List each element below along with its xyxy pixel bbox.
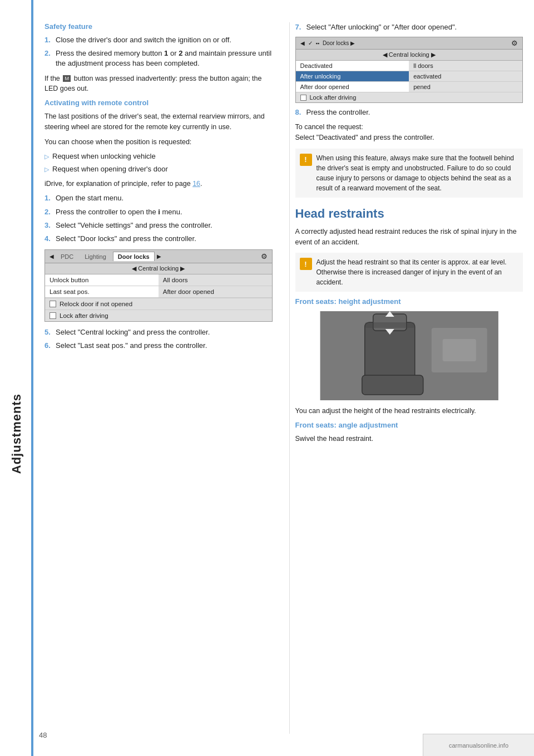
list-item: 4. Select "Door locks" and press the con… [44,234,273,244]
sidebar-bar [31,0,33,756]
idrive-cell-2: Deactivated [296,61,409,71]
checkmark-icon: ✓ [308,40,313,46]
settings-icon: ⚙ [261,252,268,261]
menu-icon: ▪▪ [316,41,319,46]
step-num: 3. [44,220,52,230]
bullet-text: Request when opening driver's door [52,164,168,174]
nav-left-icon: ◀ [300,40,305,46]
step-num: 7. [295,22,303,32]
warning-icon-2: ! [300,258,312,270]
list-item: 2. Press the controller to open the i me… [44,207,273,217]
head-restraints-para: A correctly adjusted head restraint redu… [295,227,523,248]
step-num: 8. [295,107,303,117]
step-num: 5. [44,327,52,337]
list-item: 5. Select "Central locking" and press th… [44,327,273,337]
cancel-note: To cancel the request:Select "Deactivate… [295,122,523,143]
angle-para: Swivel the head restraint. [295,434,523,444]
idrive-subtitle-2: ◀ Central locking ▶ [296,50,523,61]
height-para: You can adjust the height of the head re… [295,406,523,416]
idrive-row-2: After door opened pened [296,82,523,92]
idrive-cell-2: eactivated [409,71,522,81]
step-text: Select "After unlocking" or "After door … [306,22,523,32]
page-number: 48 [39,731,47,739]
idrive-cell-2: After door opened [296,82,409,92]
checkbox-row: Relock door if not opened [45,298,272,310]
front-seats-height-section: Front seats: height adjustment [295,297,523,416]
idrive-cell: After door opened [159,286,272,297]
bullet-text: Request when unlocking vehicle [52,151,156,161]
warning-text-1: When using this feature, always make sur… [317,153,519,193]
sidebar-label: Adjustments [9,394,24,474]
settings-icon-2: ⚙ [511,39,518,47]
page-ref-link[interactable]: 16 [192,180,200,188]
step-text: Select "Vehicle settings" and press the … [56,220,273,230]
warning-box-2: ! Adjust the head restraint so that its … [295,253,523,292]
list-item: 3. Select "Vehicle settings" and press t… [44,220,273,230]
checkbox-label-2: Lock after driving [310,94,357,101]
step-text: Press the desired memory button 1 or 2 a… [56,48,273,68]
step7-list: 7. Select "After unlocking" or "After do… [295,22,523,32]
list-item: 1. Close the driver's door and switch th… [44,35,273,45]
step-text: Press the controller to open the i menu. [56,207,273,217]
tab-door-locks: Door locks [113,252,155,261]
idrive-cell: All doors [159,274,272,286]
checkbox-row: Lock after driving [45,310,272,321]
seat-image [295,311,523,400]
right-column: 7. Select "After unlocking" or "After do… [289,22,523,734]
step-text: Select "Central locking" and press the c… [56,327,273,337]
page-container: Adjustments Safety feature 1. Close the … [0,0,534,756]
step-text: Close the driver's door and switch the i… [56,35,273,45]
safety-feature-heading: Safety feature [44,22,273,31]
checkbox-label: Lock after driving [60,312,108,319]
svg-rect-3 [362,375,423,395]
nav-arrow-left: ◀ [50,253,54,259]
idrive-row-2: Deactivated ll doors [296,61,523,71]
idrive-cell-2: ll doors [409,61,522,71]
step-text: Select "Last seat pos." and press the co… [56,341,273,351]
list-item: ▷ Request when opening driver's door [44,164,273,174]
activating-para1: The last positions of the driver's seat,… [44,111,273,132]
head-restraints-section: Head restraints A correctly adjusted hea… [295,207,523,444]
idrive-menu-2: ◀ ✓ ▪▪ Door locks ▶ ⚙ ◀ Central locking … [295,37,523,103]
step-num: 2. [44,48,52,68]
idrive-menu-1: ◀ PDC Lighting Door locks ▶ ⚙ ◀ Central … [44,249,273,322]
step-text: Open the start menu. [56,193,273,203]
step-text: Press the controller. [306,107,523,117]
idrive-cell-highlighted: After unlocking [296,71,409,81]
tab-pdc: PDC [56,252,78,261]
front-seats-angle-heading: Front seats: angle adjustment [295,421,523,429]
front-seats-angle-section: Front seats: angle adjustment Swivel the… [295,421,523,444]
idrive-subtitle: ◀ Central locking ▶ [45,263,272,274]
idrive-cell: Unlock button [45,274,159,286]
list-item: 8. Press the controller. [295,107,523,117]
checkbox-icon-2 [300,95,306,101]
front-seats-height-heading: Front seats: height adjustment [295,297,523,306]
idrive-rows-2: Deactivated ll doors After unlocking eac… [296,61,523,92]
head-restraints-heading: Head restraints [295,207,523,221]
step-num: 1. [44,193,52,203]
bullet-arrow-icon: ▷ [44,153,49,161]
remote-steps-list-2: 5. Select "Central locking" and press th… [44,327,273,351]
safety-note: If the M button was pressed inadvertentl… [44,73,273,95]
tab-lighting: Lighting [80,252,111,261]
watermark: carmanualsonline.info [423,734,534,756]
idrive-row-2: After unlocking eactivated [296,71,523,82]
step8-list: 8. Press the controller. [295,107,523,117]
checkbox-row-2: Lock after driving [296,92,523,102]
activating-remote-heading: Activating with remote control [44,99,273,107]
warning-icon-1: ! [300,154,312,166]
nav-items-2: ◀ ✓ ▪▪ Door locks ▶ [300,40,355,46]
request-bullets: ▷ Request when unlocking vehicle ▷ Reque… [44,151,273,174]
idrive-row: Unlock button All doors [45,274,272,286]
list-item: 1. Open the start menu. [44,193,273,203]
memory-button-icon: M [63,75,71,82]
tab-door-locks-2: Door locks ▶ [323,40,355,46]
sidebar: Adjustments [0,0,33,756]
idrive-top-bar-2: ◀ ✓ ▪▪ Door locks ▶ ⚙ [296,37,523,50]
checkbox-icon [50,301,56,307]
left-column: Safety feature 1. Close the driver's doo… [44,22,278,734]
list-item: 2. Press the desired memory button 1 or … [44,48,273,68]
idrive-note: iDrive, for explanation of principle, re… [44,179,273,189]
checkbox-icon [50,312,56,319]
step-num: 4. [44,234,52,244]
